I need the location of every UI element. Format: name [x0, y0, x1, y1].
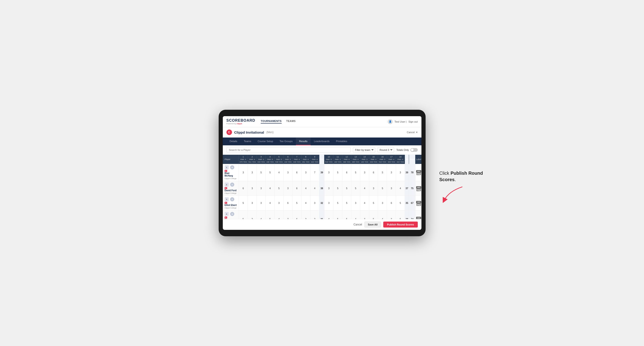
score-cell[interactable]: 5	[334, 196, 342, 210]
score-cell[interactable]: 6	[387, 196, 396, 210]
score-cell[interactable]: 3	[360, 164, 369, 181]
score-cell[interactable]: 3	[387, 210, 396, 219]
score-cell[interactable]: 3	[284, 164, 292, 181]
score-cell[interactable]: 5	[378, 164, 387, 181]
score-cell[interactable]: 4	[360, 196, 369, 210]
score-cell[interactable]: 3	[248, 181, 256, 196]
search-input[interactable]	[226, 147, 351, 153]
score-cell[interactable]: 5	[239, 210, 248, 219]
score-cell[interactable]: 6	[292, 164, 302, 181]
dq-badge[interactable]: DQ	[416, 203, 421, 206]
tournament-cancel-button[interactable]: Cancel ✕	[407, 131, 418, 134]
score-cell[interactable]: 5	[256, 164, 266, 181]
score-cell[interactable]: 4	[274, 210, 284, 219]
nav-teams[interactable]: TEAMS	[286, 120, 296, 124]
tab-details[interactable]: Details	[226, 138, 241, 145]
score-cell[interactable]: 3	[248, 196, 256, 210]
score-cell[interactable]: 3	[351, 196, 360, 210]
score-cell[interactable]: 4	[266, 181, 274, 196]
save-all-button[interactable]: Save All	[364, 222, 381, 227]
score-cell[interactable]: 5	[396, 210, 405, 219]
tab-results[interactable]: Results	[296, 138, 311, 145]
score-cell[interactable]: 3	[324, 181, 334, 196]
tab-printables[interactable]: Printables	[333, 138, 350, 145]
score-cell[interactable]: 3	[310, 210, 319, 219]
score-cell[interactable]: 3	[324, 164, 334, 181]
score-cell[interactable]: 6	[284, 196, 292, 210]
toggle-knob	[411, 149, 414, 151]
score-cell[interactable]: 3	[274, 196, 284, 210]
score-cell[interactable]: 3	[378, 196, 387, 210]
score-cell[interactable]: 5	[239, 196, 248, 210]
score-cell[interactable]: 4	[324, 210, 334, 219]
score-cell[interactable]: 4	[274, 164, 284, 181]
tab-teams[interactable]: Teams	[240, 138, 254, 145]
score-cell[interactable]: 3	[256, 196, 266, 210]
score-cell[interactable]: 5	[334, 181, 342, 196]
score-cell[interactable]: 6	[292, 210, 302, 219]
score-cell[interactable]: 5	[396, 196, 405, 210]
score-cell[interactable]: 3	[301, 210, 310, 219]
sign-out-link[interactable]: Sign out	[408, 120, 418, 123]
tab-course-setup[interactable]: Course Setup	[254, 138, 276, 145]
score-cell[interactable]: 5	[266, 210, 274, 219]
score-cell[interactable]: 5	[369, 196, 378, 210]
score-cell[interactable]: 4	[351, 210, 360, 219]
filter-by-team-select[interactable]: Filter by team	[353, 147, 375, 153]
dq-badge[interactable]: DQ	[416, 173, 421, 175]
score-cell[interactable]: 3	[387, 164, 396, 181]
score-cell[interactable]: 5	[369, 210, 378, 219]
score-cell[interactable]: 3	[284, 210, 292, 219]
score-cell[interactable]: 5	[292, 196, 302, 210]
score-cell[interactable]: 3	[360, 210, 369, 219]
score-cell[interactable]: 4	[396, 181, 405, 196]
score-cell[interactable]: 4	[301, 196, 310, 210]
score-cell[interactable]: 4	[256, 210, 266, 219]
score-cell[interactable]: 3	[301, 164, 310, 181]
score-cell[interactable]: 6	[342, 164, 351, 181]
score-cell[interactable]: 3	[310, 196, 319, 210]
score-cell[interactable]: 4	[378, 210, 387, 219]
score-cell[interactable]: 3	[248, 210, 256, 219]
nav-tournaments[interactable]: TOURNAMENTS	[261, 120, 282, 124]
dq-badge[interactable]: DQ	[416, 189, 421, 191]
score-cell[interactable]: 4	[301, 181, 310, 196]
score-cell[interactable]: 5	[351, 181, 360, 196]
score-cell[interactable]: 7	[310, 164, 319, 181]
score-cell[interactable]: 3	[248, 164, 256, 181]
score-cell[interactable]: 3	[256, 181, 266, 196]
score-cell[interactable]: 5	[342, 210, 351, 219]
score-cell[interactable]: 5	[274, 181, 284, 196]
score-cell[interactable]: 6	[369, 164, 378, 181]
wd-badge[interactable]: WD	[416, 217, 421, 219]
wd-badge[interactable]: WD	[416, 186, 421, 189]
score-cell[interactable]: 5	[334, 164, 342, 181]
score-cell[interactable]: 4	[266, 196, 274, 210]
score-cell[interactable]: 5	[266, 164, 274, 181]
col-hole-11: 11PAR: 3180 YDS	[334, 155, 342, 164]
round-select[interactable]: Round 3	[378, 147, 394, 153]
score-cell[interactable]: 5	[334, 210, 342, 219]
score-cell[interactable]: 3	[387, 181, 396, 196]
wd-badge[interactable]: WD	[416, 170, 421, 173]
score-cell[interactable]: 3	[239, 164, 248, 181]
score-cell[interactable]: 6	[292, 181, 302, 196]
tournament-title: Clippd Invitational	[234, 130, 264, 134]
score-cell[interactable]: 5	[342, 181, 351, 196]
publish-round-scores-button[interactable]: Publish Round Scores	[383, 222, 418, 227]
totals-only-switch[interactable]	[410, 148, 418, 152]
score-cell[interactable]: 3	[284, 181, 292, 196]
tab-leaderboards[interactable]: Leaderboards	[310, 138, 333, 145]
score-cell[interactable]: 5	[378, 181, 387, 196]
score-cell[interactable]: 3	[324, 196, 334, 210]
tab-tee-groups[interactable]: Tee Groups	[276, 138, 296, 145]
cancel-button[interactable]: Cancel	[354, 223, 362, 226]
score-cell[interactable]: 4	[310, 181, 319, 196]
score-cell[interactable]: 5	[342, 196, 351, 210]
score-cell[interactable]: 6	[239, 181, 248, 196]
score-cell[interactable]: 3	[396, 164, 405, 181]
score-cell[interactable]: 4	[360, 181, 369, 196]
score-cell[interactable]: 5	[351, 164, 360, 181]
wd-badge[interactable]: WD	[416, 201, 421, 203]
score-cell[interactable]: 3	[369, 181, 378, 196]
